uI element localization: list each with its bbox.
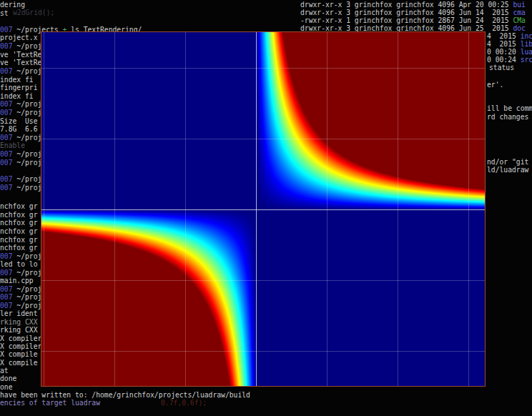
text-segment: ~/proj — [13, 67, 42, 75]
text-segment: ~/proj — [13, 184, 42, 192]
text-segment: lua — [521, 48, 532, 56]
text-segment: ~/proj — [13, 285, 42, 293]
terminal-line: index fi — [0, 93, 34, 100]
text-segment: w2dGrid(); — [13, 9, 54, 16]
text-segment: X compile — [0, 350, 38, 358]
terminal-line: X compile — [0, 351, 38, 358]
text-segment: led to lo — [0, 260, 38, 268]
text-segment: src — [521, 56, 532, 64]
plot-window[interactable] — [41, 31, 486, 387]
terminal-line: fingerpri — [0, 84, 38, 91]
terminal-line: 7.8G 6.6 — [0, 126, 38, 133]
text-segment: 4 2015 — [487, 32, 521, 40]
text-segment: Size Use — [0, 117, 38, 125]
terminal-line: ler ident — [0, 310, 38, 317]
text-segment: ~/proj — [13, 175, 42, 183]
text-segment: index fi — [0, 76, 34, 84]
terminal-line: er'. — [487, 81, 503, 89]
terminal-line: nchfox gr — [0, 203, 38, 210]
terminal-line: rking CXX — [0, 327, 38, 334]
terminal-line: X compiler — [0, 343, 41, 350]
terminal-line: one — [0, 384, 13, 391]
text-segment: status — [489, 64, 514, 71]
terminal-line: 007 ~/proj — [0, 176, 41, 183]
text-segment: 7.8G 6.6 — [0, 125, 38, 133]
terminal-line: nchfox gr — [0, 237, 38, 244]
text-segment: fingerpri — [0, 84, 38, 91]
terminal-line: nchfox gr — [0, 212, 38, 219]
text-segment: ~/proj — [13, 269, 42, 277]
text-segment: 007 — [0, 42, 13, 50]
terminal-line: rd changes — [487, 114, 528, 121]
text-segment: 0 00:24 — [487, 56, 521, 64]
text-segment: 007 — [0, 175, 13, 183]
terminal-line: index fi — [0, 76, 34, 84]
text-segment: CMa — [513, 16, 526, 24]
terminal-line: main.cpp — [0, 277, 34, 284]
text-segment: ld/luadraw — [487, 166, 528, 174]
terminal-line: nd/or "git — [487, 159, 528, 166]
terminal-line: 007 ~/proj — [0, 101, 41, 108]
text-segment: ~/proj — [13, 150, 42, 158]
terminal-line: 007 ~/proj — [0, 134, 41, 142]
text-segment: nchfox gr — [0, 219, 38, 227]
terminal-line: nchfox gr — [0, 219, 38, 227]
terminal-line: project.x — [0, 34, 38, 41]
terminal-line: 007 ~/proj — [0, 184, 41, 192]
text-segment: ~/proj — [13, 109, 42, 117]
plot-canvas[interactable] — [41, 32, 485, 386]
text-segment: X compiler — [0, 335, 41, 342]
text-segment: main.cpp — [0, 277, 34, 284]
text-segment: nchfox gr — [0, 211, 38, 219]
text-segment: index fi — [0, 92, 34, 100]
terminal-line: st — [0, 10, 9, 17]
terminal-line: 007 ~/proj — [0, 286, 41, 293]
terminal-line: 007 ~/proj — [0, 294, 41, 301]
terminal-line: 007 ~/proj — [0, 159, 41, 167]
text-segment: 007 — [0, 293, 13, 301]
text-segment: 007 — [0, 26, 13, 34]
terminal-line: status — [489, 64, 514, 71]
terminal-line: Size Use — [0, 118, 38, 125]
text-segment: ~/proj — [13, 100, 42, 108]
text-segment: nd/or "git — [487, 158, 528, 166]
text-segment: nchfox gr — [0, 244, 38, 252]
terminal-line: 007 ~/proj — [0, 43, 41, 50]
text-segment: Enable — [0, 142, 25, 149]
text-segment: ill be comm — [487, 104, 532, 112]
terminal-line: 007 ~/proj — [0, 302, 41, 309]
text-segment: ~/proj — [13, 42, 42, 50]
text-segment: rd changes — [487, 113, 528, 121]
text-segment: nchfox gr — [0, 227, 38, 235]
text-segment: drwxr-xr-x 3 grinchfox grinchfox 4096 Ap… — [300, 1, 513, 9]
text-segment: ~/proj — [13, 302, 42, 309]
text-segment: rking CXX — [0, 318, 38, 326]
terminal-line: w2dGrid(); — [13, 9, 54, 16]
text-segment: ve 'TextRe — [0, 59, 41, 66]
text-segment: rking CXX — [0, 326, 38, 334]
terminal-line: ve 'TextRe — [0, 51, 41, 59]
screen: deringw2dGrid();st007 ~/projects ± ls Te… — [0, 0, 532, 416]
text-segment: -rwxr-xr-x 1 grinchfox grinchfox 2867 Ju… — [300, 16, 513, 24]
terminal-line: 007 ~/proj — [0, 68, 41, 75]
text-segment: 007 — [0, 150, 13, 158]
text-segment: ler ident — [0, 309, 38, 317]
text-segment: 007 — [0, 159, 13, 167]
text-segment: 007 — [0, 252, 13, 260]
text-segment: 007 — [0, 109, 13, 117]
text-segment: nchfox gr — [0, 236, 38, 244]
text-segment: ~/proj — [13, 159, 42, 167]
text-segment: lib — [521, 40, 532, 48]
text-segment: 4 2015 — [487, 40, 521, 48]
terminal-line: dering — [0, 1, 25, 9]
terminal-line: ve 'TextRe — [0, 59, 41, 66]
terminal-line: X compiler — [0, 335, 41, 342]
terminal-line: 0 00:20 lua — [487, 49, 532, 56]
terminal-line: have been written to: /home/grinchfox/pr… — [0, 392, 250, 399]
terminal-line: X compile — [0, 360, 38, 367]
text-segment: st — [0, 9, 9, 17]
text-segment: X compiler — [0, 342, 41, 350]
terminal-line: 007 ~/proj — [0, 253, 41, 260]
text-segment: er'. — [487, 81, 503, 89]
text-segment: project.x — [0, 34, 38, 41]
